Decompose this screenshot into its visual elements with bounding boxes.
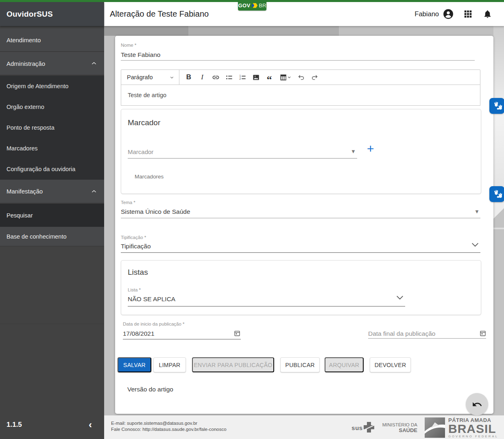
sidebar-item-label: Base de conhecimento: [7, 233, 67, 240]
calendar-icon[interactable]: [234, 330, 240, 337]
dropdown-arrow-icon[interactable]: ▼: [351, 148, 356, 154]
sidebar-item-administracao[interactable]: Administração: [0, 52, 104, 75]
undo-fab-button[interactable]: [466, 393, 488, 415]
editor-toolbar: Parágrafo B I 12 “: [121, 70, 480, 85]
tema-label: Tema *: [121, 200, 135, 205]
chevron-up-icon: [91, 189, 97, 194]
block-quote-icon[interactable]: “: [264, 72, 275, 83]
version-label: 1.1.5: [7, 421, 22, 429]
vlibras-accessibility-icon[interactable]: [489, 186, 504, 202]
redo-icon[interactable]: [309, 72, 320, 83]
background-band: [104, 26, 188, 36]
sidebar-submenu-administracao: Origem de Atendimento Orgão externo Pont…: [0, 76, 104, 180]
background-band: [188, 26, 339, 36]
nome-label: Nome *: [121, 43, 136, 48]
add-marcador-button[interactable]: +: [367, 142, 374, 156]
marcador-select[interactable]: Marcador: [128, 148, 153, 155]
sidebar-item-label: Administração: [7, 60, 45, 67]
insert-image-icon[interactable]: [251, 72, 261, 83]
footer: E-mail: suporte.sistemas@datasus.gov.br …: [104, 415, 504, 439]
chevron-down-icon: [170, 75, 174, 80]
enviar-para-publicacao-button[interactable]: ENVIAR PARA PUBLICAÇÃO: [192, 357, 274, 372]
gov-label: GOV: [238, 2, 251, 9]
sidebar-item-origem-de-atendimento[interactable]: Origem de Atendimento: [0, 76, 104, 96]
versao-do-artigo-label: Versão do artigo: [127, 386, 173, 393]
sidebar-item-pesquisar[interactable]: Pesquisar: [0, 204, 104, 227]
chevron-down-icon[interactable]: [471, 240, 480, 249]
tipificacao-select[interactable]: Tipificação: [121, 243, 151, 250]
publicar-button[interactable]: PUBLICAR: [280, 357, 320, 372]
background-band: [339, 26, 504, 36]
sidebar-divider: [0, 324, 104, 324]
calendar-icon[interactable]: [480, 330, 486, 337]
bold-icon[interactable]: B: [183, 72, 194, 83]
chevron-down-icon[interactable]: [395, 293, 404, 302]
sidebar-item-label: Configuração da ouvidoria: [7, 166, 75, 172]
governo-federal-label: GOVERNO FEDERAL: [448, 435, 498, 438]
paragraph-style-dropdown[interactable]: Parágrafo: [121, 70, 179, 85]
sus-label: sus: [351, 424, 362, 431]
devolver-button[interactable]: DEVOLVER: [370, 357, 411, 372]
account-icon[interactable]: [443, 9, 454, 20]
ministerio-da-saude-label: MINISTÉRIO DA SAÚDE: [382, 422, 417, 433]
collapse-sidebar-icon[interactable]: ‹: [89, 421, 92, 429]
brasil-label: BRASIL: [448, 423, 498, 435]
data-inicio-underline: [123, 339, 241, 339]
notifications-bell-icon[interactable]: [482, 9, 493, 20]
footer-email: E-mail: suporte.sistemas@datasus.gov.br: [111, 420, 227, 426]
numbered-list-icon[interactable]: 12: [237, 72, 248, 83]
data-inicio-input[interactable]: 17/08/2021: [123, 330, 155, 337]
svg-text:2: 2: [239, 77, 241, 80]
ministerio-line2: SAÚDE: [382, 428, 417, 433]
governo-federal-logo: PÁTRIA AMADA BRASIL GOVERNO FEDERAL: [425, 417, 498, 438]
vlibras-accessibility-icon[interactable]: [489, 98, 504, 114]
editor-content[interactable]: Teste de artigo: [121, 85, 480, 106]
user-name: Fabiano: [415, 10, 439, 18]
sidebar-item-label: Manifestação: [7, 188, 43, 195]
chevron-down-icon: [287, 75, 291, 79]
undo-icon[interactable]: [296, 72, 306, 83]
tipificacao-label: Tipificação *: [121, 235, 146, 240]
tema-select[interactable]: Sistema Único de Saúde: [121, 208, 190, 215]
govbr-arrow-icon: [251, 3, 257, 8]
data-inicio-label: Data de inicio da publicação *: [123, 322, 185, 326]
sidebar-brand: OuvidorSUS: [0, 2, 104, 26]
dropdown-arrow-icon[interactable]: ▼: [474, 209, 480, 215]
br-label: BR: [259, 2, 266, 9]
page: { "app": { "brand": "OuvidorSUS", "versi…: [0, 0, 504, 439]
marcador-title: Marcador: [128, 118, 160, 127]
lista-select[interactable]: NÃO SE APLICA: [128, 296, 175, 303]
sidebar-item-manifestacao[interactable]: Manifestação: [0, 180, 104, 203]
limpar-button[interactable]: LIMPAR: [153, 357, 186, 372]
sidebar-item-base-de-conhecimento[interactable]: Base de conhecimento: [0, 227, 104, 246]
chevron-up-icon: [91, 61, 97, 66]
insert-table-icon[interactable]: [277, 72, 293, 83]
bulleted-list-icon[interactable]: [224, 72, 234, 83]
sus-logo: sus: [351, 421, 375, 434]
tipificacao-underline: [121, 252, 480, 253]
sidebar-item-label: Orgão externo: [7, 104, 44, 110]
sidebar-item-marcadores[interactable]: Marcadores: [0, 138, 104, 159]
data-final-underline: [368, 338, 486, 339]
footer-fale-conosco: Fale Conosco: http://datasus.saude.gov.b…: [111, 426, 227, 432]
nome-input[interactable]: Teste Fabiano: [121, 51, 160, 59]
sidebar-item-configuracao-da-ouvidoria[interactable]: Configuração da ouvidoria: [0, 159, 104, 179]
sidebar-footer: 1.1.5 ‹: [0, 411, 104, 439]
sidebar-item-orgao-externo[interactable]: Orgão externo: [0, 96, 104, 117]
data-final-input[interactable]: Data final da publicação: [368, 330, 435, 337]
sidebar-item-ponto-de-resposta[interactable]: Ponto de resposta: [0, 117, 104, 138]
brasil-flag-icon: [425, 417, 445, 438]
svg-text:1: 1: [239, 74, 241, 77]
arquivar-button[interactable]: ARQUIVAR: [325, 357, 364, 372]
sidebar: OuvidorSUS Atendimento Administração Ori…: [0, 2, 104, 439]
sidebar-item-atendimento[interactable]: Atendimento: [0, 28, 104, 52]
brand-label: OuvidorSUS: [7, 10, 53, 19]
link-icon[interactable]: [210, 72, 221, 83]
apps-grid-icon[interactable]: [463, 9, 473, 20]
govbr-badge: GOV BR: [238, 0, 266, 11]
paragraph-style-value: Parágrafo: [127, 74, 153, 80]
editor-text: Teste de artigo: [128, 92, 166, 98]
salvar-button[interactable]: SALVAR: [118, 357, 151, 372]
marcador-card: Marcador Marcador ▼ + Marcadores: [121, 109, 481, 194]
italic-icon[interactable]: I: [197, 72, 207, 83]
